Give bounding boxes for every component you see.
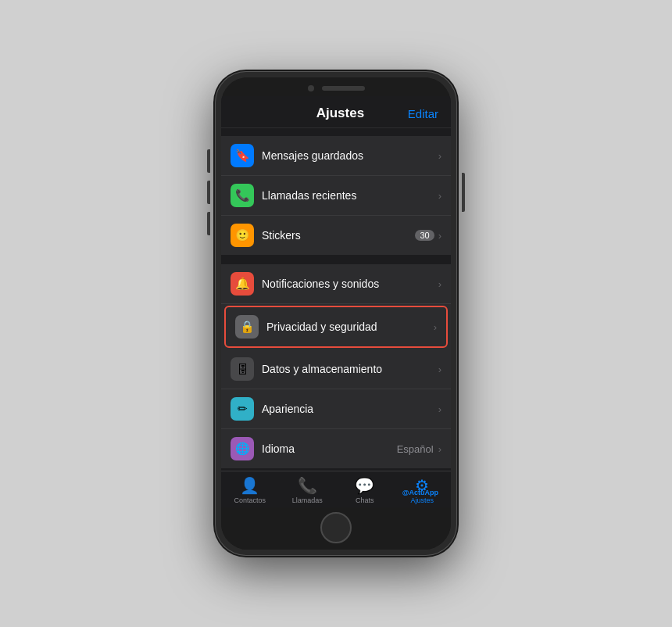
stickers-item[interactable]: 🙂 Stickers 30 ›: [221, 216, 451, 255]
stickers-badge: 30: [415, 230, 434, 241]
notificaciones-label: Notificaciones y sonidos: [262, 278, 438, 290]
idioma-label: Idioma: [262, 442, 397, 455]
apariencia-chevron: ›: [438, 403, 441, 415]
datos-icon: 🗄: [231, 357, 254, 381]
volume-up-button: [207, 149, 210, 173]
privacidad-label: Privacidad y seguridad: [266, 321, 434, 333]
mensajes-icon: 🔖: [231, 144, 254, 167]
datos-chevron: ›: [438, 364, 441, 375]
apariencia-label: Apariencia: [262, 403, 438, 415]
privacidad-icon: 🔒: [235, 315, 259, 339]
llamadas-chevron: ›: [438, 190, 441, 202]
settings-section-2: 🔔 Notificaciones y sonidos › 🔒 Privacida…: [221, 264, 451, 468]
app-screen: Ajustes Editar 🔖 Mensajes guardados › 📞 …: [221, 96, 451, 507]
mensajes-chevron: ›: [438, 150, 441, 162]
home-button[interactable]: [320, 512, 352, 543]
navigation-bar: Ajustes Editar: [221, 96, 451, 128]
privacidad-chevron: ›: [434, 321, 437, 333]
mensajes-label: Mensajes guardados: [262, 149, 438, 162]
phone-device: Ajustes Editar 🔖 Mensajes guardados › 📞 …: [215, 71, 457, 556]
home-area: [221, 507, 451, 550]
llamadas-icon: 📞: [231, 184, 254, 207]
datos-item[interactable]: 🗄 Datos y almacenamiento ›: [221, 349, 451, 389]
llamadas-label: Llamadas recientes: [262, 189, 438, 202]
power-button: [462, 173, 465, 212]
llamadas-tab-label: Llamadas: [292, 496, 323, 504]
ajustes-tab-label: Ajustes: [410, 496, 434, 504]
notificaciones-item[interactable]: 🔔 Notificaciones y sonidos ›: [221, 264, 451, 304]
stickers-label: Stickers: [262, 229, 415, 242]
chats-tab-icon: 💬: [355, 476, 374, 495]
apariencia-item[interactable]: ✏ Apariencia ›: [221, 389, 451, 429]
settings-section-1: 🔖 Mensajes guardados › 📞 Llamadas recien…: [221, 136, 451, 255]
notificaciones-icon: 🔔: [231, 272, 254, 296]
edit-button[interactable]: Editar: [408, 107, 438, 120]
idioma-value: Español: [397, 443, 434, 455]
contactos-tab-icon: 👤: [240, 476, 259, 495]
datos-label: Datos y almacenamiento: [262, 363, 438, 375]
phone-screen: Ajustes Editar 🔖 Mensajes guardados › 📞 …: [221, 77, 451, 550]
chats-tab-label: Chats: [356, 496, 374, 504]
contactos-tab-label: Contactos: [234, 496, 266, 504]
speaker: [322, 86, 365, 91]
idioma-item[interactable]: 🌐 Idioma Español ›: [221, 429, 451, 468]
idioma-icon: 🌐: [231, 437, 254, 460]
watermark: @ActuApp: [402, 489, 438, 496]
volume-down-button: [207, 181, 210, 204]
silent-button: [207, 212, 210, 235]
stickers-icon: 🙂: [231, 224, 254, 247]
stickers-chevron: ›: [438, 230, 441, 242]
mensajes-guardados-item[interactable]: 🔖 Mensajes guardados ›: [221, 136, 451, 176]
apariencia-icon: ✏: [231, 397, 254, 421]
camera-dot: [308, 85, 314, 91]
tab-contactos[interactable]: 👤 Contactos: [221, 476, 279, 504]
tab-llamadas[interactable]: 📞 Llamadas: [279, 476, 337, 504]
notificaciones-chevron: ›: [438, 278, 441, 290]
idioma-chevron: ›: [438, 443, 441, 455]
privacidad-item[interactable]: 🔒 Privacidad y seguridad ›: [224, 306, 448, 348]
llamadas-tab-icon: 📞: [298, 476, 317, 495]
tab-chats[interactable]: 💬 Chats: [336, 476, 394, 504]
llamadas-recientes-item[interactable]: 📞 Llamadas recientes ›: [221, 176, 451, 216]
page-title: Ajustes: [273, 106, 408, 121]
phone-top-bar: [221, 77, 451, 96]
settings-content: 🔖 Mensajes guardados › 📞 Llamadas recien…: [221, 128, 451, 471]
